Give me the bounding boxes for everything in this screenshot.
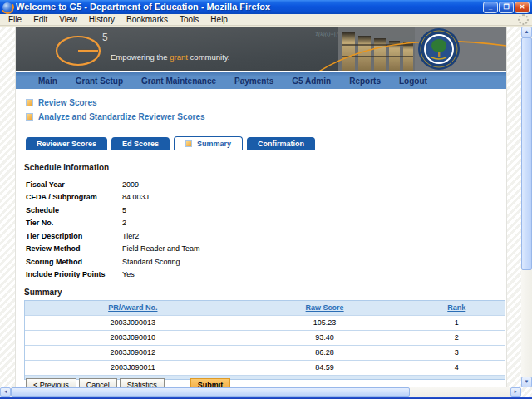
field-value: Tier2	[107, 232, 200, 240]
schedule-info-heading: Schedule Information	[24, 163, 109, 172]
field-value: Field Reader and Team	[107, 244, 200, 253]
bullet-square-icon	[26, 113, 33, 121]
tab-confirmation[interactable]: Confirmation	[247, 137, 315, 150]
field-value: 2	[107, 219, 200, 227]
field-value: 5	[107, 206, 200, 214]
scroll-left-icon[interactable]: ◄	[0, 387, 11, 397]
tab-label: Ed Scores	[122, 140, 159, 148]
field-label: Tier Description	[26, 232, 107, 240]
menu-file[interactable]: File	[2, 14, 27, 25]
breadcrumb-label[interactable]: Review Scores	[38, 98, 97, 107]
field-label: Fiscal Year	[26, 180, 107, 189]
vertical-scrollbar[interactable]: ▲ ▼	[521, 27, 532, 387]
tab-square-icon	[185, 140, 192, 147]
field-label: CFDA / Subprogram	[26, 193, 107, 201]
minimize-button[interactable]: _	[483, 2, 498, 13]
field-value: 2009	[107, 180, 200, 189]
breadcrumb-analyze-standardize[interactable]: Analyze and Standardize Reviewer Scores	[26, 111, 205, 121]
summary-heading: Summary	[24, 288, 62, 297]
field-value: 84.003J	[107, 193, 200, 201]
browser-window: Welcome to G5 - Department of Education …	[0, 0, 532, 399]
cell-raw-score: 93.40	[241, 331, 409, 345]
field-value: Standard Scoring	[107, 258, 200, 266]
scroll-up-icon[interactable]: ▲	[521, 27, 532, 37]
restore-button[interactable]: ❐	[499, 2, 514, 13]
close-button[interactable]: ✕	[515, 2, 530, 13]
tab-label: Confirmation	[258, 140, 304, 148]
cell-rank: 2	[409, 331, 505, 345]
scroll-right-icon[interactable]: ►	[510, 387, 521, 397]
table-row: 2003J090013 105.23 1	[25, 315, 505, 330]
column-header-pr-award-no[interactable]: PR/Award No.	[25, 301, 241, 315]
column-header-rank[interactable]: Rank	[409, 301, 505, 315]
tab-bar: Reviewer Scores Ed Scores Summary Confir…	[26, 136, 315, 150]
breadcrumb-label[interactable]: Analyze and Standardize Reviewer Scores	[38, 112, 205, 121]
cell-pr-award-no: 2003J090011	[25, 361, 241, 375]
firefox-icon	[2, 2, 12, 12]
cell-pr-award-no: 2003J090010	[25, 331, 241, 345]
nav-payments[interactable]: Payments	[225, 76, 283, 86]
nav-reports[interactable]: Reports	[340, 76, 390, 86]
title-bar: Welcome to G5 - Department of Education …	[0, 0, 532, 14]
field-label: Tier No.	[26, 219, 107, 227]
tab-ed-scores[interactable]: Ed Scores	[111, 137, 170, 150]
menu-bar: File Edit View History Bookmarks Tools H…	[0, 14, 532, 26]
table-header-row: PR/Award No. Raw Score Rank	[25, 301, 505, 315]
page-content: T(k)(t)=∫ƒ(x)dx	[15, 27, 507, 387]
menu-view[interactable]: View	[53, 14, 83, 25]
tab-reviewer-scores[interactable]: Reviewer Scores	[26, 137, 107, 150]
field-label: Include Priority Points	[26, 270, 107, 278]
summary-table: PR/Award No. Raw Score Rank 2003J090013 …	[24, 300, 505, 380]
throbber-icon	[518, 14, 529, 25]
g5-banner: T(k)(t)=∫ƒ(x)dx	[16, 27, 506, 71]
menu-tools[interactable]: Tools	[174, 14, 204, 25]
table-row: 2003J090011 84.59 4	[25, 360, 505, 375]
scrollbar-corner	[521, 387, 532, 397]
field-label: Scoring Method	[26, 258, 107, 266]
schedule-info-fields: Fiscal Year 2009 CFDA / Subprogram 84.00…	[26, 178, 200, 281]
banner-tagline: Empowering the grant community.	[111, 52, 229, 62]
scroll-down-icon[interactable]: ▼	[521, 377, 532, 387]
cell-raw-score: 105.23	[241, 316, 409, 330]
bullet-square-icon	[26, 99, 33, 106]
breadcrumb-review-scores[interactable]: Review Scores	[26, 97, 97, 107]
cell-raw-score: 86.28	[241, 346, 409, 360]
banner-graphic: T(k)(t)=∫ƒ(x)dx	[16, 27, 506, 71]
menu-history[interactable]: History	[83, 14, 121, 25]
svg-text:5: 5	[102, 32, 108, 43]
tab-summary[interactable]: Summary	[174, 136, 243, 150]
menu-edit[interactable]: Edit	[27, 14, 53, 25]
menu-bookmarks[interactable]: Bookmarks	[121, 14, 174, 25]
cell-pr-award-no: 2003J090013	[25, 316, 241, 330]
cell-pr-award-no: 2003J090012	[25, 346, 241, 360]
department-of-education-seal	[418, 28, 460, 70]
horizontal-scrollbar[interactable]: ◄ ►	[0, 387, 521, 397]
tab-label: Summary	[197, 140, 231, 148]
vertical-scrollbar-thumb[interactable]	[521, 37, 532, 270]
nav-g5-admin[interactable]: G5 Admin	[283, 76, 340, 86]
nav-logout[interactable]: Logout	[390, 76, 436, 86]
field-label: Review Method	[26, 244, 107, 253]
nav-grant-maintenance[interactable]: Grant Maintenance	[132, 76, 225, 86]
column-header-raw-score[interactable]: Raw Score	[241, 301, 409, 315]
window-title: Welcome to G5 - Department of Education …	[16, 0, 482, 14]
nav-grant-setup[interactable]: Grant Setup	[66, 76, 132, 86]
field-value: Yes	[107, 270, 200, 278]
table-row: 2003J090012 86.28 3	[25, 345, 505, 360]
cell-rank: 1	[409, 316, 505, 330]
field-label: Schedule	[26, 206, 107, 214]
cell-rank: 4	[409, 361, 505, 375]
tab-label: Reviewer Scores	[37, 140, 96, 148]
table-row: 2003J090010 93.40 2	[25, 330, 505, 345]
page-background: T(k)(t)=∫ƒ(x)dx	[0, 27, 521, 387]
main-nav-bar: Main Grant Setup Grant Maintenance Payme…	[16, 72, 506, 89]
menu-help[interactable]: Help	[204, 14, 234, 25]
nav-main[interactable]: Main	[29, 76, 66, 86]
horizontal-scrollbar-thumb[interactable]	[11, 387, 410, 397]
cell-raw-score: 84.59	[241, 361, 409, 375]
cell-rank: 3	[409, 346, 505, 360]
